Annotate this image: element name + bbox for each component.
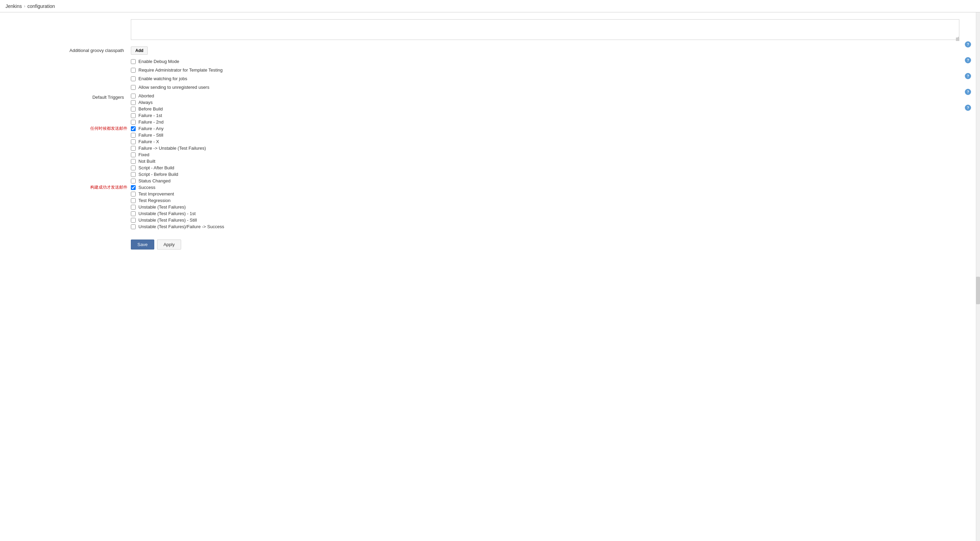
default-triggers-label: Default Triggers: [0, 93, 131, 100]
help-icon-1[interactable]: ?: [965, 41, 971, 48]
trigger-item-unstable-still: Unstable (Test Failures) - Still: [131, 217, 980, 223]
app-name[interactable]: Jenkins: [5, 3, 22, 9]
trigger-item-success: Success构建成功才发送邮件: [131, 185, 980, 190]
trigger-checkbox-fixed[interactable]: [131, 152, 136, 157]
trigger-item-status-changed: Status Changed: [131, 178, 980, 183]
save-button[interactable]: Save: [131, 240, 154, 249]
action-buttons: Save Apply: [0, 240, 980, 249]
apply-button[interactable]: Apply: [157, 240, 181, 249]
trigger-item-unstable-test-failures: Unstable (Test Failures): [131, 205, 980, 209]
checkbox-enable-watching[interactable]: [131, 76, 136, 81]
trigger-label-unstable-failure-success[interactable]: Unstable (Test Failures)/Failure -> Succ…: [138, 224, 224, 229]
annotation-failure-any: 任何时候都发送邮件: [90, 125, 127, 132]
trigger-label-unstable-1st[interactable]: Unstable (Test Failures) - 1st: [138, 211, 196, 216]
trigger-label-always[interactable]: Always: [138, 100, 153, 105]
trigger-checkbox-failure-1st[interactable]: [131, 113, 136, 118]
additional-groovy-classpath-section: Additional groovy classpath Add: [0, 46, 980, 55]
trigger-item-script-before: Script - Before Build: [131, 172, 980, 177]
trigger-label-unstable-test-failures[interactable]: Unstable (Test Failures): [138, 205, 186, 209]
trigger-item-test-regression: Test Regression: [131, 198, 980, 203]
trigger-checkbox-always[interactable]: [131, 100, 136, 105]
add-classpath-button[interactable]: Add: [131, 46, 148, 55]
trigger-label-aborted[interactable]: Aborted: [138, 93, 154, 98]
trigger-label-failure-unstable[interactable]: Failure -> Unstable (Test Failures): [138, 146, 206, 151]
trigger-checkbox-status-changed[interactable]: [131, 179, 136, 183]
trigger-label-failure-2nd[interactable]: Failure - 2nd: [138, 119, 164, 125]
trigger-checkbox-not-built[interactable]: [131, 159, 136, 164]
help-icons-panel: ? ? ? ? ?: [965, 41, 971, 111]
trigger-label-not-built[interactable]: Not Built: [138, 159, 155, 164]
trigger-checkbox-test-regression[interactable]: [131, 198, 136, 203]
trigger-checkbox-aborted[interactable]: [131, 94, 136, 98]
breadcrumb: Jenkins › configuration: [0, 0, 980, 13]
triggers-list: AbortedAlwaysBefore BuildFailure - 1stFa…: [131, 93, 980, 229]
trigger-label-before-build[interactable]: Before Build: [138, 106, 163, 111]
trigger-checkbox-failure-x[interactable]: [131, 140, 136, 144]
trigger-item-unstable-1st: Unstable (Test Failures) - 1st: [131, 211, 980, 216]
trigger-checkbox-unstable-failure-success[interactable]: [131, 224, 136, 229]
checkbox-row-require-admin: Require Administrator for Template Testi…: [0, 67, 980, 73]
page-title: configuration: [27, 3, 55, 9]
trigger-item-unstable-failure-success: Unstable (Test Failures)/Failure -> Succ…: [131, 224, 980, 229]
trigger-label-failure-any[interactable]: Failure - Any: [138, 126, 164, 131]
trigger-item-failure-still: Failure - Still: [131, 133, 980, 138]
help-icon-3[interactable]: ?: [965, 73, 971, 79]
trigger-checkbox-failure-2nd[interactable]: [131, 120, 136, 125]
checkbox-label-enable-watching[interactable]: Enable watching for jobs: [138, 76, 187, 81]
trigger-checkbox-unstable-test-failures[interactable]: [131, 205, 136, 209]
textarea-resize-handle[interactable]: [956, 38, 959, 41]
trigger-label-fixed[interactable]: Fixed: [138, 152, 150, 157]
main-content: Additional groovy classpath Add Enable D…: [0, 13, 980, 541]
trigger-checkbox-unstable-still[interactable]: [131, 218, 136, 223]
trigger-item-not-built: Not Built: [131, 159, 980, 164]
trigger-checkbox-script-before[interactable]: [131, 172, 136, 177]
trigger-item-failure-any: Failure - Any任何时候都发送邮件: [131, 126, 980, 131]
trigger-checkbox-success[interactable]: [131, 185, 136, 190]
help-icon-4[interactable]: ?: [965, 89, 971, 95]
trigger-label-status-changed[interactable]: Status Changed: [138, 178, 170, 183]
trigger-item-failure-2nd: Failure - 2nd: [131, 119, 980, 125]
trigger-item-before-build: Before Build: [131, 106, 980, 111]
trigger-item-failure-unstable: Failure -> Unstable (Test Failures): [131, 146, 980, 151]
trigger-label-failure-1st[interactable]: Failure - 1st: [138, 113, 162, 118]
checkbox-label-enable-debug[interactable]: Enable Debug Mode: [138, 59, 180, 64]
trigger-item-failure-x: Failure - X: [131, 139, 980, 144]
trigger-label-test-improvement[interactable]: Test Improvement: [138, 191, 174, 197]
trigger-checkbox-failure-unstable[interactable]: [131, 146, 136, 151]
default-triggers-section: Default Triggers AbortedAlwaysBefore Bui…: [0, 93, 980, 229]
trigger-item-aborted: Aborted: [131, 93, 980, 98]
trigger-item-script-after: Script - After Build: [131, 165, 980, 170]
checkbox-row-enable-debug: Enable Debug Mode: [0, 59, 980, 64]
checkboxes-container: Enable Debug ModeRequire Administrator f…: [0, 59, 980, 90]
help-icon-5[interactable]: ?: [965, 105, 971, 111]
trigger-checkbox-script-after[interactable]: [131, 165, 136, 170]
trigger-item-fixed: Fixed: [131, 152, 980, 157]
scrollbar-track: [976, 13, 980, 541]
trigger-label-script-after[interactable]: Script - After Build: [138, 165, 174, 170]
trigger-item-test-improvement: Test Improvement: [131, 191, 980, 197]
additional-groovy-classpath-label: Additional groovy classpath: [0, 46, 131, 53]
trigger-label-unstable-still[interactable]: Unstable (Test Failures) - Still: [138, 217, 197, 223]
checkbox-enable-debug[interactable]: [131, 59, 136, 64]
checkbox-label-require-admin[interactable]: Require Administrator for Template Testi…: [138, 67, 223, 73]
checkbox-row-enable-watching: Enable watching for jobs: [0, 76, 980, 81]
trigger-label-script-before[interactable]: Script - Before Build: [138, 172, 178, 177]
trigger-label-success[interactable]: Success: [138, 185, 155, 190]
checkbox-label-allow-unregistered[interactable]: Allow sending to unregistered users: [138, 85, 209, 90]
breadcrumb-arrow: ›: [24, 4, 25, 9]
trigger-item-always: Always: [131, 100, 980, 105]
help-icon-2[interactable]: ?: [965, 57, 971, 63]
groovy-script-textarea[interactable]: [131, 19, 959, 40]
trigger-checkbox-unstable-1st[interactable]: [131, 211, 136, 216]
trigger-checkbox-failure-still[interactable]: [131, 133, 136, 138]
annotation-success: 构建成功才发送邮件: [90, 184, 127, 190]
trigger-checkbox-test-improvement[interactable]: [131, 192, 136, 197]
checkbox-allow-unregistered[interactable]: [131, 85, 136, 90]
trigger-checkbox-before-build[interactable]: [131, 107, 136, 111]
trigger-label-test-regression[interactable]: Test Regression: [138, 198, 170, 203]
checkbox-require-admin[interactable]: [131, 68, 136, 73]
trigger-checkbox-failure-any[interactable]: [131, 126, 136, 131]
scrollbar-thumb[interactable]: [976, 277, 980, 304]
trigger-label-failure-x[interactable]: Failure - X: [138, 139, 159, 144]
trigger-label-failure-still[interactable]: Failure - Still: [138, 133, 163, 138]
